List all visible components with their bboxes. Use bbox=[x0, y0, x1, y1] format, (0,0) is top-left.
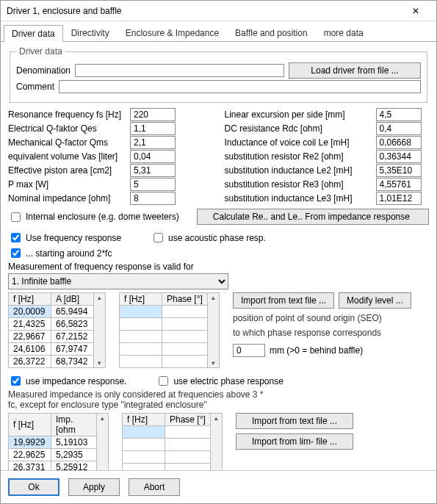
use-impedance-resp-input[interactable] bbox=[11, 376, 21, 386]
use-freq-resp-input[interactable] bbox=[11, 233, 21, 242]
col-header: f [Hz] bbox=[120, 293, 162, 306]
param-re3-input[interactable] bbox=[376, 178, 422, 191]
starting-2fc-input[interactable] bbox=[11, 248, 21, 258]
tab-more-data[interactable]: more data bbox=[316, 24, 372, 41]
table-row: 24,610667,9747 bbox=[9, 343, 94, 356]
param-label: P max [W] bbox=[8, 179, 126, 190]
tab-enclosure-impedance[interactable]: Enclosure & Impedance bbox=[118, 24, 227, 41]
freq-table-scrollbar[interactable]: ▴ ▾ bbox=[94, 292, 106, 368]
imp-phase-table-scrollbar[interactable]: ▴ ▾ bbox=[211, 413, 223, 470]
comment-label: Comment bbox=[16, 82, 54, 92]
use-acoustic-phase-label: use acoustic phase resp. bbox=[168, 233, 266, 243]
tab-baffle-position[interactable]: Baffle and position bbox=[227, 24, 316, 41]
table-row: 26,372268,7342 bbox=[9, 356, 94, 368]
param-label: Linear excursion per side [mm] bbox=[225, 109, 372, 120]
freq-table-wrap: f [Hz]A [dB] 20,000965,9494 21,432566,58… bbox=[8, 292, 106, 368]
param-label: Resonance frequency fs [Hz] bbox=[8, 109, 126, 120]
seo-mm-input[interactable] bbox=[233, 344, 265, 357]
imp-table-wrap: f [Hz]Imp. [ohm 19,99295,19103 22,96255,… bbox=[8, 413, 109, 470]
seo-note-1: position of point of sound origin (SEO) bbox=[233, 313, 411, 323]
use-impedance-resp-label: use impedance response. bbox=[26, 376, 126, 386]
param-le-input[interactable] bbox=[376, 136, 422, 149]
import-imp-txt-button[interactable]: Import from text file ... bbox=[236, 413, 353, 429]
starting-2fc-checkbox[interactable]: ... starting around 2*fc bbox=[8, 246, 112, 260]
param-znominal-input[interactable] bbox=[130, 192, 176, 205]
phase-table-scrollbar[interactable]: ▴ ▾ bbox=[208, 292, 220, 368]
use-freq-resp-label: Use frequency response bbox=[26, 233, 121, 243]
param-pmax-input[interactable] bbox=[130, 178, 176, 191]
seo-mm-suffix: mm (>0 = behind baffle) bbox=[270, 345, 363, 356]
param-label: Mechanical Q-factor Qms bbox=[8, 137, 126, 148]
ok-button[interactable]: Ok bbox=[8, 478, 59, 496]
params-right: Linear excursion per side [mm] DC resist… bbox=[225, 107, 430, 206]
param-le2-input[interactable] bbox=[376, 164, 422, 177]
internal-enclosure-checkbox[interactable]: Internal enclosure (e.g. dome tweeters) bbox=[8, 210, 179, 224]
param-qes-input[interactable] bbox=[130, 122, 176, 135]
imp-tables-row: f [Hz]Imp. [ohm 19,99295,19103 22,96255,… bbox=[8, 413, 429, 470]
imp-table-scrollbar[interactable]: ▴ ▾ bbox=[97, 413, 109, 470]
table-row bbox=[120, 318, 208, 331]
param-label: Electrical Q-faktor Qes bbox=[8, 123, 126, 134]
table-row bbox=[120, 331, 208, 343]
param-label: equivalent volume Vas [liter] bbox=[8, 151, 126, 162]
param-label: substitution resistor Re2 [ohm] bbox=[225, 151, 372, 162]
table-row bbox=[120, 356, 208, 368]
use-electric-phase-checkbox[interactable]: use electric phase response bbox=[156, 374, 283, 388]
internal-enclosure-input[interactable] bbox=[11, 212, 21, 222]
param-label: Nominal impedance [ohm] bbox=[8, 193, 126, 204]
param-label: Inductance of voice coil Le [mH] bbox=[225, 137, 372, 148]
param-xmax-input[interactable] bbox=[376, 108, 422, 121]
close-button[interactable]: ✕ bbox=[401, 1, 430, 21]
use-electric-phase-label: use electric phase response bbox=[173, 376, 283, 386]
use-acoustic-phase-input[interactable] bbox=[154, 233, 163, 242]
col-header: f [Hz] bbox=[9, 293, 51, 306]
window: Driver 1, enclosure and baffle ✕ Driver … bbox=[0, 0, 437, 504]
use-electric-phase-input[interactable] bbox=[159, 376, 168, 386]
imp-table[interactable]: f [Hz]Imp. [ohm 19,99295,19103 22,96255,… bbox=[8, 413, 97, 470]
modify-level-button[interactable]: Modify level ... bbox=[339, 292, 411, 309]
imp-phase-table[interactable]: f [Hz]Phase [°] bbox=[122, 413, 211, 470]
param-piston-input[interactable] bbox=[130, 164, 176, 177]
param-rdc-input[interactable] bbox=[376, 122, 422, 135]
tab-driver-data[interactable]: Driver data bbox=[4, 25, 63, 42]
param-qms-input[interactable] bbox=[130, 136, 176, 149]
footer-buttons: Ok Apply Abort bbox=[1, 470, 436, 503]
scroll-up-icon: ▴ bbox=[98, 293, 101, 302]
apply-button[interactable]: Apply bbox=[68, 478, 120, 496]
param-fs-input[interactable] bbox=[130, 108, 176, 121]
close-icon: ✕ bbox=[412, 6, 419, 16]
validity-label: Measurement of frequency response is val… bbox=[8, 262, 194, 272]
freq-right-actions: Import from text file ... Modify level .… bbox=[233, 292, 411, 359]
use-freq-resp-checkbox[interactable]: Use frequency response bbox=[8, 231, 121, 245]
table-row: 19,99295,19103 bbox=[9, 436, 97, 449]
col-header: Imp. [ohm bbox=[51, 414, 97, 436]
freq-table[interactable]: f [Hz]A [dB] 20,000965,9494 21,432566,58… bbox=[8, 292, 94, 368]
use-impedance-resp-checkbox[interactable]: use impedance response. bbox=[8, 374, 126, 388]
abort-button[interactable]: Abort bbox=[129, 478, 180, 496]
calc-impedance-button[interactable]: Calculate Re.. and Le.. From impedance r… bbox=[197, 209, 429, 225]
denomination-input[interactable] bbox=[75, 64, 284, 77]
param-re2-input[interactable] bbox=[376, 150, 422, 163]
param-vas-input[interactable] bbox=[130, 150, 176, 163]
use-acoustic-phase-checkbox[interactable]: use acoustic phase resp. bbox=[151, 231, 266, 245]
validity-select[interactable]: 1. Infinite baffle bbox=[8, 273, 228, 289]
load-driver-button[interactable]: Load driver from file ... bbox=[289, 62, 421, 79]
scroll-up-icon: ▴ bbox=[101, 414, 104, 422]
phase-table[interactable]: f [Hz]Phase [°] bbox=[119, 292, 208, 368]
seo-note-2: to which phase response corresponds bbox=[233, 328, 411, 338]
import-freq-button[interactable]: Import from text file ... bbox=[233, 292, 334, 309]
param-label: DC resistance Rdc [ohm] bbox=[225, 123, 372, 134]
import-imp-lim-button[interactable]: Import from lim- file ... bbox=[236, 433, 353, 450]
param-le3-input[interactable] bbox=[376, 192, 422, 205]
title-bar: Driver 1, enclosure and baffle ✕ bbox=[1, 1, 436, 21]
phase-table-wrap: f [Hz]Phase [°] ▴ ▾ bbox=[119, 292, 220, 368]
tab-directivity[interactable]: Directivity bbox=[63, 24, 118, 41]
col-header: A [dB] bbox=[51, 293, 94, 306]
freq-tables-row: f [Hz]A [dB] 20,000965,9494 21,432566,58… bbox=[8, 292, 429, 368]
param-label: substitution inductance Le2 [mH] bbox=[225, 165, 372, 176]
denomination-label: Denomination bbox=[16, 65, 71, 76]
param-label: Effective piston area [cm2] bbox=[8, 165, 126, 176]
imp-phase-table-wrap: f [Hz]Phase [°] ▴ ▾ bbox=[122, 413, 223, 470]
table-row bbox=[120, 306, 208, 318]
comment-input[interactable] bbox=[59, 80, 421, 93]
